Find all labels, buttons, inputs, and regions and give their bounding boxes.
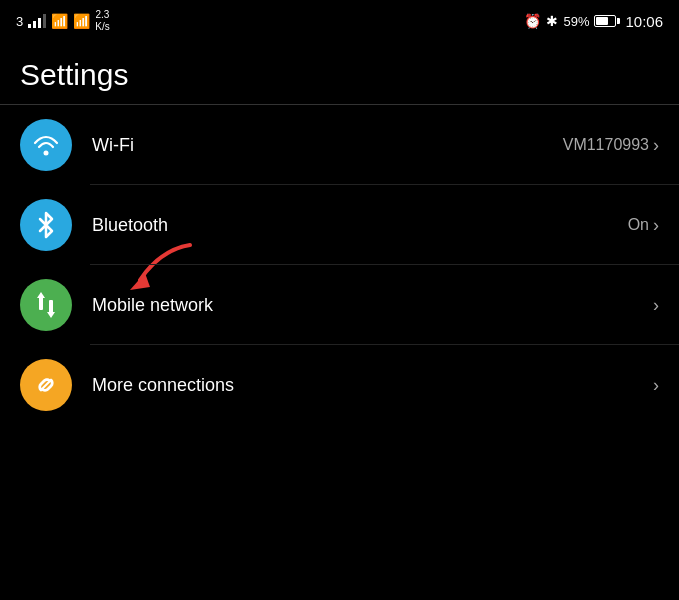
mobile-network-label: Mobile network [92, 295, 653, 316]
mobile-network-right: › [653, 295, 659, 316]
mobile-network-icon [20, 279, 72, 331]
svg-rect-2 [39, 296, 43, 310]
wifi-network-name: VM1170993 [563, 136, 649, 154]
time-label: 10:06 [625, 13, 663, 30]
signal-bars-icon [28, 14, 46, 28]
page-title-bar: Settings [0, 42, 679, 104]
more-connections-chevron-icon: › [653, 375, 659, 396]
settings-item-mobile[interactable]: Mobile network › [0, 265, 679, 345]
wifi-signal-icon: 📶 [73, 13, 90, 29]
svg-rect-4 [49, 300, 53, 314]
bluetooth-svg-icon [34, 211, 58, 239]
more-connections-right: › [653, 375, 659, 396]
wifi-svg-icon [32, 133, 60, 157]
page-title: Settings [20, 58, 659, 92]
connections-svg-icon [32, 371, 60, 399]
settings-list: Wi-Fi VM1170993 › Bluetooth On › [0, 105, 679, 425]
alarm-icon: ⏰ [524, 13, 541, 29]
bluetooth-right: On › [628, 215, 659, 236]
status-right: ⏰ ✱ 59% 10:06 [524, 13, 663, 30]
data-speed-label: 2.3 K/s [95, 9, 109, 33]
carrier-label: 3 [16, 14, 23, 29]
bluetooth-chevron-icon: › [653, 215, 659, 236]
bluetooth-icon [20, 199, 72, 251]
connections-icon [20, 359, 72, 411]
battery-percentage: 59% [563, 14, 589, 29]
settings-item-bluetooth[interactable]: Bluetooth On › [0, 185, 679, 265]
bluetooth-status-icon: ✱ [546, 13, 558, 29]
svg-point-0 [44, 151, 49, 156]
mobile-network-chevron-icon: › [653, 295, 659, 316]
wifi-icon [20, 119, 72, 171]
wifi-label: Wi-Fi [92, 135, 563, 156]
settings-item-more-connections[interactable]: More connections › [0, 345, 679, 425]
bluetooth-label: Bluetooth [92, 215, 628, 236]
more-connections-label: More connections [92, 375, 653, 396]
wifi-chevron-icon: › [653, 135, 659, 156]
bluetooth-status-text: On [628, 216, 649, 234]
battery-icon [594, 15, 620, 27]
wifi-status-icon: 📶 [51, 13, 68, 29]
svg-marker-3 [37, 292, 45, 298]
mobile-network-svg-icon [31, 290, 61, 320]
status-left: 3 📶 📶 2.3 K/s [16, 9, 110, 33]
svg-marker-5 [47, 312, 55, 318]
wifi-right: VM1170993 › [563, 135, 659, 156]
status-bar: 3 📶 📶 2.3 K/s ⏰ ✱ 59% 10:06 [0, 0, 679, 42]
settings-item-wifi[interactable]: Wi-Fi VM1170993 › [0, 105, 679, 185]
